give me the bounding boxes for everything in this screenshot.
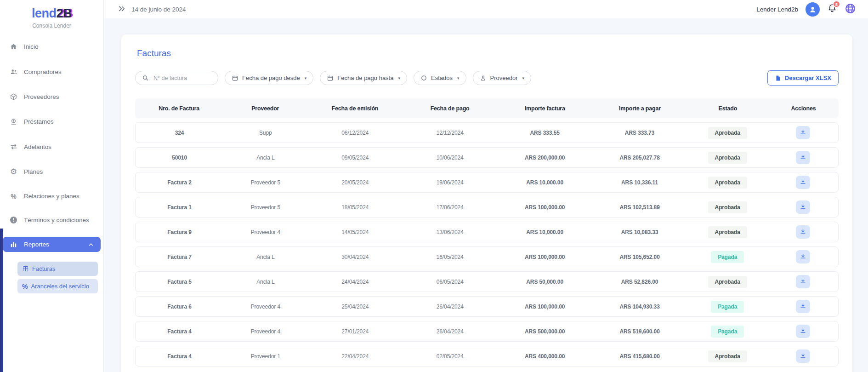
globe-icon xyxy=(845,3,856,16)
row-download-button[interactable] xyxy=(796,176,810,189)
download-icon xyxy=(800,278,806,286)
avatar[interactable] xyxy=(806,2,820,17)
sidebar-subitem-facturas[interactable]: Facturas xyxy=(17,262,98,276)
cell: 12/12/2024 xyxy=(403,130,497,136)
sidebar-item-relaciones-y-planes[interactable]: %Relaciones y planes xyxy=(3,189,101,203)
cell: 10/06/2024 xyxy=(403,155,497,161)
actions-cell xyxy=(768,200,838,214)
sidebar-item-adelantos[interactable]: Adelantos xyxy=(3,139,101,155)
table-row: Factura 5Ancla L24/04/202406/05/2024ARS … xyxy=(135,271,839,292)
sidebar-item-label: Planes xyxy=(24,168,43,175)
table-row: 50010Ancla L09/05/202410/06/2024ARS 200,… xyxy=(135,147,839,168)
row-download-button[interactable] xyxy=(796,126,810,139)
invoices-table: Nro. de FacturaProveedorFecha de emisión… xyxy=(135,98,839,366)
status-badge: Aprobada xyxy=(708,350,747,362)
percent-icon: % xyxy=(9,193,18,200)
sidebar-item-inicio[interactable]: Inicio xyxy=(3,39,101,54)
date-to-filter[interactable]: Fecha de pago hasta ▾ xyxy=(320,71,407,85)
actions-cell xyxy=(768,349,838,363)
row-download-button[interactable] xyxy=(796,200,810,214)
date-from-filter[interactable]: Fecha de pago desde ▾ xyxy=(225,71,313,85)
sidebar-scrollbar[interactable] xyxy=(0,229,3,372)
cell: 02/05/2024 xyxy=(403,353,497,360)
row-download-button[interactable] xyxy=(796,325,810,338)
sidebar-item-compradores[interactable]: Compradores xyxy=(3,64,101,80)
cell: Proveedor 5 xyxy=(223,179,307,186)
table-row: Factura 6Proveedor 425/04/202426/04/2024… xyxy=(135,296,839,317)
sidebar-item-label: Proveedores xyxy=(24,93,59,100)
column-header: Importe factura xyxy=(497,105,592,112)
sidebar-item-label: Inicio xyxy=(24,43,39,50)
states-label: Estados xyxy=(431,74,453,81)
cell: 324 xyxy=(136,130,223,136)
invoice-search[interactable] xyxy=(135,71,218,85)
calendar-icon xyxy=(232,74,238,81)
column-header: Importe a pagar xyxy=(592,105,687,112)
provider-filter[interactable]: Proveedor ▾ xyxy=(473,71,532,85)
cell: 20/05/2024 xyxy=(308,179,403,186)
date-to-label: Fecha de pago hasta xyxy=(337,74,393,81)
sidebar-item-label: Términos y condiciones xyxy=(24,217,89,223)
sidebar: lend2B Consola Lender InicioCompradoresP… xyxy=(0,0,104,372)
cell: ARS 100,000.00 xyxy=(497,254,592,260)
cell: 06/05/2024 xyxy=(403,279,497,285)
cell: Factura 1 xyxy=(136,204,223,211)
notifications-button[interactable]: 8 xyxy=(827,3,837,15)
cell: Supp xyxy=(223,130,307,136)
sidebar-subitem-aranceles-del-servicio[interactable]: %Aranceles del servicio xyxy=(17,279,98,293)
row-download-button[interactable] xyxy=(796,151,810,164)
table-body: 324Supp06/12/202412/12/2024ARS 333.55ARS… xyxy=(135,122,839,366)
caret-down-icon: ▾ xyxy=(305,76,307,80)
cell: ARS 205,027.78 xyxy=(592,155,687,161)
cell: ARS 415,680.00 xyxy=(592,353,687,360)
cell: Factura 7 xyxy=(136,254,223,260)
row-download-button[interactable] xyxy=(796,250,810,263)
cell: Ancla L xyxy=(223,254,307,260)
double-chevron-icon[interactable] xyxy=(118,5,126,14)
cell: ARS 104,930.33 xyxy=(592,303,687,310)
main-area: 14 de junio de 2024 Lender Lend2b 8 Fact… xyxy=(104,0,868,372)
cell: 17/06/2024 xyxy=(403,204,497,211)
cell: ARS 10,083.33 xyxy=(592,229,687,235)
cell: 13/06/2024 xyxy=(403,229,497,235)
logo-part2: 2B xyxy=(57,6,72,20)
cell: Factura 9 xyxy=(136,229,223,235)
sidebar-item-reportes[interactable]: Reportes xyxy=(3,237,101,252)
status-cell: Pagada xyxy=(687,251,768,263)
cell: 16/05/2024 xyxy=(403,254,497,260)
user-name: Lender Lend2b xyxy=(756,6,798,13)
column-header: Nro. de Factura xyxy=(135,105,223,112)
status-badge: Aprobada xyxy=(708,152,747,164)
sidebar-item-planes[interactable]: ⚙Planes xyxy=(3,164,101,179)
cell: ARS 200,000.00 xyxy=(497,155,592,161)
buyers-icon xyxy=(9,68,18,76)
logo-subtitle: Consola Lender xyxy=(0,23,103,29)
cell: 19/06/2024 xyxy=(403,179,497,186)
row-download-button[interactable] xyxy=(796,225,810,239)
row-download-button[interactable] xyxy=(796,275,810,288)
invoice-search-input[interactable] xyxy=(153,74,211,82)
status-cell: Aprobada xyxy=(687,276,768,288)
language-button[interactable] xyxy=(845,3,856,16)
states-filter[interactable]: Estados ▾ xyxy=(414,71,466,85)
cell: ARS 102,513.89 xyxy=(592,204,687,211)
cell: Proveedor 4 xyxy=(223,303,307,310)
table-header: Nro. de FacturaProveedorFecha de emisión… xyxy=(135,98,839,118)
download-icon xyxy=(800,303,806,311)
grid-icon xyxy=(22,265,29,272)
sidebar-item-prestamos[interactable]: Préstamos xyxy=(3,114,101,129)
sidebar-item-proveedores[interactable]: Proveedores xyxy=(3,89,101,104)
row-download-button[interactable] xyxy=(796,349,810,363)
cell: ARS 50,000.00 xyxy=(497,279,592,285)
cell: 50010 xyxy=(136,155,223,161)
row-download-button[interactable] xyxy=(796,300,810,313)
sidebar-item-terminos-y-condiciones[interactable]: !Términos y condiciones xyxy=(3,213,101,227)
download-icon xyxy=(800,352,806,361)
cell: ARS 10,000.00 xyxy=(497,179,592,186)
table-row: Factura 2Proveedor 520/05/202419/06/2024… xyxy=(135,172,839,193)
status-cell: Aprobada xyxy=(687,177,768,189)
table-row: Factura 4Proveedor 427/01/202426/04/2024… xyxy=(135,321,839,342)
download-xlsx-button[interactable]: Descargar XLSX xyxy=(767,70,839,86)
sidebar-item-label: Relaciones y planes xyxy=(24,193,79,200)
cell: ARS 10,336.11 xyxy=(592,179,687,186)
